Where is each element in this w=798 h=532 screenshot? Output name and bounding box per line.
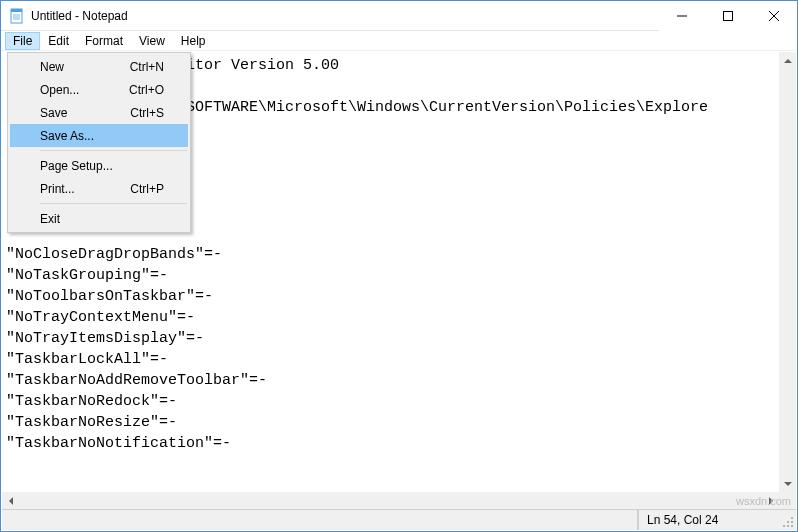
svg-rect-6: [724, 11, 733, 20]
menu-separator: [40, 150, 187, 151]
menu-shortcut: Ctrl+O: [129, 83, 164, 97]
menu-label: Save: [40, 106, 130, 120]
menu-item-new[interactable]: New Ctrl+N: [10, 55, 188, 78]
svg-marker-9: [784, 59, 792, 63]
menu-label: New: [40, 60, 130, 74]
file-menu-dropdown: New Ctrl+N Open... Ctrl+O Save Ctrl+S Sa…: [7, 52, 191, 233]
svg-rect-1: [11, 9, 22, 12]
menu-shortcut: Ctrl+N: [130, 60, 164, 74]
horizontal-scrollbar[interactable]: [2, 492, 779, 509]
svg-point-16: [783, 525, 785, 527]
statusbar: Ln 54, Col 24: [2, 509, 796, 530]
menu-edit[interactable]: Edit: [40, 32, 77, 50]
menu-label: Exit: [40, 212, 164, 226]
window-title: Untitled - Notepad: [31, 9, 128, 23]
menu-item-print[interactable]: Print... Ctrl+P: [10, 177, 188, 200]
menu-shortcut: Ctrl+S: [130, 106, 164, 120]
svg-point-13: [791, 517, 793, 519]
svg-point-15: [791, 521, 793, 523]
menu-item-page-setup[interactable]: Page Setup...: [10, 154, 188, 177]
menu-label: Print...: [40, 182, 130, 196]
notepad-icon: [9, 8, 25, 24]
minimize-button[interactable]: [659, 1, 705, 31]
svg-marker-11: [9, 497, 13, 505]
menu-separator: [40, 203, 187, 204]
menu-item-exit[interactable]: Exit: [10, 207, 188, 230]
titlebar: Untitled - Notepad: [1, 1, 797, 31]
menu-item-open[interactable]: Open... Ctrl+O: [10, 78, 188, 101]
close-button[interactable]: [751, 1, 797, 31]
resize-grip[interactable]: [778, 510, 796, 530]
svg-point-14: [787, 521, 789, 523]
svg-point-18: [791, 525, 793, 527]
scroll-up-icon[interactable]: [779, 52, 796, 69]
menu-item-save[interactable]: Save Ctrl+S: [10, 101, 188, 124]
svg-point-17: [787, 525, 789, 527]
watermark: wsxdn.com: [736, 495, 791, 507]
menu-label: Page Setup...: [40, 159, 164, 173]
vertical-scrollbar[interactable]: [779, 52, 796, 492]
menubar: File Edit Format View Help: [1, 31, 797, 51]
menu-label: Open...: [40, 83, 129, 97]
svg-marker-10: [784, 482, 792, 486]
scroll-left-icon[interactable]: [2, 492, 19, 509]
menu-item-save-as[interactable]: Save As...: [10, 124, 188, 147]
maximize-button[interactable]: [705, 1, 751, 31]
menu-view[interactable]: View: [131, 32, 173, 50]
menu-help[interactable]: Help: [173, 32, 214, 50]
cursor-position: Ln 54, Col 24: [638, 510, 778, 530]
scroll-down-icon[interactable]: [779, 475, 796, 492]
menu-label: Save As...: [40, 129, 164, 143]
menu-file[interactable]: File: [5, 32, 40, 50]
menu-format[interactable]: Format: [77, 32, 131, 50]
menu-shortcut: Ctrl+P: [130, 182, 164, 196]
